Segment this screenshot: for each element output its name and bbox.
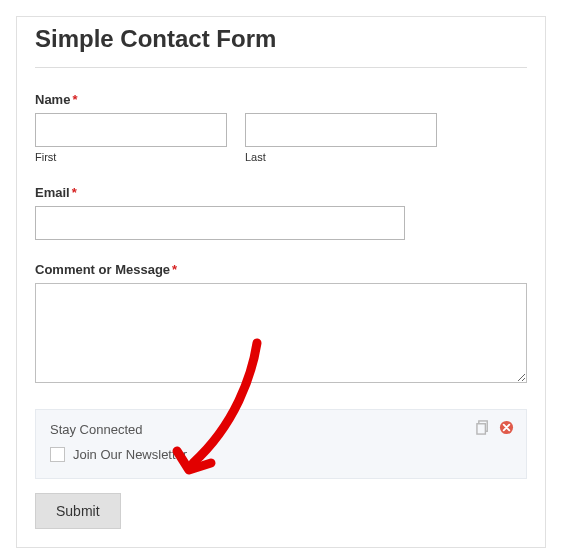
email-label: Email* [35, 185, 527, 200]
stay-connected-panel[interactable]: Stay Connected Join Our Newsletter [35, 409, 527, 479]
comment-label-text: Comment or Message [35, 262, 170, 277]
email-label-text: Email [35, 185, 70, 200]
submit-button[interactable]: Submit [35, 493, 121, 529]
last-name-col: Last [245, 113, 437, 163]
first-name-sublabel: First [35, 151, 227, 163]
required-marker: * [172, 262, 177, 277]
stay-connected-title: Stay Connected [50, 422, 512, 437]
newsletter-checkbox-row[interactable]: Join Our Newsletter [50, 447, 512, 462]
divider [35, 67, 527, 68]
required-marker: * [72, 185, 77, 200]
panel-actions [476, 420, 514, 435]
name-label: Name* [35, 92, 527, 107]
newsletter-checkbox-label: Join Our Newsletter [73, 447, 187, 462]
comment-field-group: Comment or Message* [35, 262, 527, 387]
name-field-group: Name* First Last [35, 92, 527, 163]
newsletter-checkbox[interactable] [50, 447, 65, 462]
email-input[interactable] [35, 206, 405, 240]
delete-icon[interactable] [499, 420, 514, 435]
svg-rect-1 [477, 424, 485, 434]
page-title: Simple Contact Form [35, 25, 527, 53]
first-name-col: First [35, 113, 227, 163]
comment-label: Comment or Message* [35, 262, 527, 277]
last-name-input[interactable] [245, 113, 437, 147]
duplicate-icon[interactable] [476, 420, 491, 435]
name-label-text: Name [35, 92, 70, 107]
name-row: First Last [35, 113, 527, 163]
required-marker: * [72, 92, 77, 107]
last-name-sublabel: Last [245, 151, 437, 163]
email-field-group: Email* [35, 185, 527, 240]
comment-textarea[interactable] [35, 283, 527, 383]
form-container: Simple Contact Form Name* First Last Ema… [16, 16, 546, 548]
first-name-input[interactable] [35, 113, 227, 147]
